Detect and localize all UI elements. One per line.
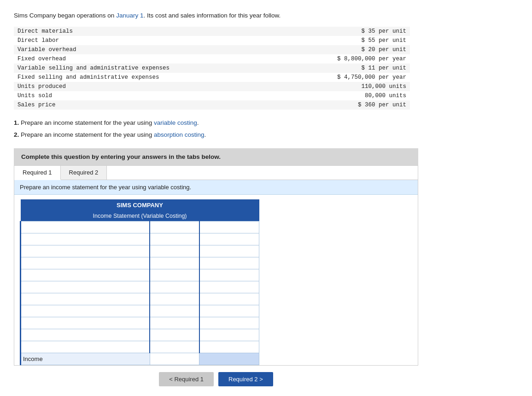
table-row <box>21 257 259 269</box>
table-title: SIMS COMPANY <box>21 199 259 211</box>
table-row: Variable selling and administrative expe… <box>14 64 410 73</box>
complete-box: Complete this question by entering your … <box>14 148 418 165</box>
table-row: Fixed overhead$ 8,800,000 per year <box>14 54 410 64</box>
tabs-container: Required 1 Required 2 Prepare an income … <box>14 165 418 366</box>
table-subtitle: Income Statement (Variable Costing) <box>21 211 259 221</box>
table-row <box>21 305 259 317</box>
table-row <box>21 317 259 329</box>
table-row <box>21 269 259 281</box>
income-row: Income <box>21 353 259 365</box>
prev-button[interactable]: < Required 1 <box>159 372 214 386</box>
instructions: 1. Prepare an income statement for the y… <box>14 117 518 140</box>
table-row: Units produced110,000 units <box>14 82 410 91</box>
table-row: Units sold80,000 units <box>14 91 410 100</box>
income-table-wrapper: SIMS COMPANY Income Statement (Variable … <box>14 195 418 365</box>
table-row: Direct materials$ 35 per unit <box>14 27 410 36</box>
income-statement-table: SIMS COMPANY Income Statement (Variable … <box>20 199 259 365</box>
tab-instruction: Prepare an income statement for the year… <box>14 180 418 195</box>
table-row: Sales price$ 360 per unit <box>14 100 410 110</box>
tab-required1[interactable]: Required 1 <box>14 166 61 180</box>
table-row <box>21 293 259 305</box>
table-row <box>21 329 259 341</box>
table-row: Fixed selling and administrative expense… <box>14 73 410 82</box>
table-row <box>21 281 259 293</box>
cost-info-table: Direct materials$ 35 per unitDirect labo… <box>14 27 410 110</box>
table-row <box>21 245 259 257</box>
table-row: Direct labor$ 55 per unit <box>14 36 410 45</box>
tabs-row: Required 1 Required 2 <box>14 166 418 180</box>
tab-required2[interactable]: Required 2 <box>61 166 107 180</box>
table-row <box>21 233 259 245</box>
next-button[interactable]: Required 2 > <box>218 372 273 386</box>
table-row: Variable overhead$ 20 per unit <box>14 45 410 54</box>
intro-text: Sims Company began operations on January… <box>14 11 518 20</box>
table-row <box>21 221 259 233</box>
table-row <box>21 341 259 353</box>
nav-buttons: < Required 1 Required 2 > <box>14 372 418 386</box>
tab-content: Prepare an income statement for the year… <box>14 180 418 365</box>
